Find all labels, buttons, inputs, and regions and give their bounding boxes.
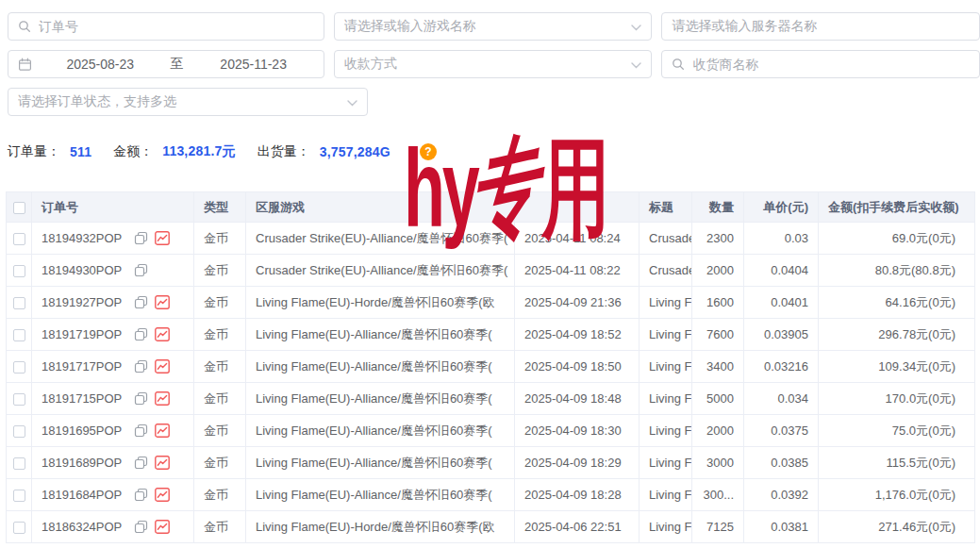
row-checkbox[interactable]	[13, 297, 25, 309]
server-select[interactable]: 请选择或输入服务器名称	[661, 12, 980, 41]
table-row: 18191695POP 金币 Living Flame(EU)-Alliance…	[7, 415, 975, 447]
shipment-label: 出货量：	[257, 143, 310, 160]
col-time	[515, 192, 639, 223]
date-separator: 至	[160, 56, 192, 73]
supplier-input[interactable]	[692, 57, 970, 72]
order-time: 2025-04-11 08:24	[515, 223, 639, 255]
screenshot-icon[interactable]	[155, 391, 170, 406]
amount: 1,176.0元(0元)	[819, 479, 975, 511]
copy-icon[interactable]	[134, 391, 148, 406]
col-game: 区服游戏	[246, 192, 515, 223]
date-start-value[interactable]: 2025-08-23	[40, 57, 160, 72]
order-time: 2025-04-09 18:29	[515, 447, 639, 479]
help-icon[interactable]: ?	[420, 143, 437, 160]
copy-icon[interactable]	[134, 488, 148, 502]
order-number: 18191684POP	[42, 488, 122, 502]
screenshot-icon[interactable]	[155, 295, 170, 309]
amount: 64.16元(0元)	[819, 287, 975, 319]
order-status-placeholder: 请选择订单状态，支持多选	[18, 93, 341, 110]
quantity: 1600	[692, 287, 744, 319]
order-number: 18191689POP	[42, 456, 122, 470]
row-checkbox[interactable]	[13, 329, 25, 341]
amount-value: 113,281.7元	[162, 143, 236, 160]
select-all-checkbox[interactable]	[13, 202, 25, 214]
order-title: Living Fl	[639, 351, 692, 383]
row-checkbox[interactable]	[13, 522, 25, 534]
date-end-value[interactable]: 2025-11-23	[192, 57, 313, 72]
order-number: 18186324POP	[42, 520, 122, 534]
order-no-search[interactable]	[8, 12, 324, 41]
order-time: 2025-04-06 22:51	[515, 511, 639, 543]
unit-price: 0.03	[744, 223, 819, 255]
copy-icon[interactable]	[134, 423, 148, 438]
order-status-select[interactable]: 请选择订单状态，支持多选	[8, 88, 368, 116]
order-number: 18191715POP	[42, 391, 122, 406]
payment-method-select[interactable]: 收款方式	[334, 50, 653, 78]
shipment-value: 3,757,284G	[320, 144, 390, 159]
screenshot-icon[interactable]	[155, 423, 170, 438]
row-checkbox[interactable]	[13, 457, 25, 470]
order-type: 金币	[194, 319, 246, 351]
table-row: 18191689POP 金币 Living Flame(EU)-Alliance…	[7, 447, 975, 479]
copy-icon[interactable]	[134, 520, 148, 534]
screenshot-icon[interactable]	[155, 456, 170, 470]
copy-icon[interactable]	[134, 263, 148, 277]
screenshot-icon[interactable]	[155, 327, 170, 341]
screenshot-icon[interactable]	[155, 359, 170, 374]
quantity: 5000	[692, 383, 744, 415]
unit-price: 0.0385	[744, 447, 819, 479]
copy-icon[interactable]	[134, 327, 148, 341]
amount: 296.78元(0元)	[819, 319, 975, 351]
amount: 75.0元(0元)	[819, 415, 975, 447]
table-header-row: 订单号 类型 区服游戏 标题 数量 单价(元) 金额(扣手续费后实收额)	[7, 192, 975, 223]
quantity: 300...	[692, 479, 744, 511]
col-type: 类型	[194, 192, 246, 223]
order-number: 18191695POP	[42, 423, 122, 438]
row-checkbox[interactable]	[13, 361, 25, 374]
row-checkbox[interactable]	[13, 265, 25, 277]
date-range-picker[interactable]: 2025-08-23 至 2025-11-23	[8, 50, 324, 78]
order-type: 金币	[194, 255, 246, 287]
copy-icon[interactable]	[134, 231, 148, 245]
search-icon	[672, 58, 685, 71]
order-count-value: 511	[70, 144, 91, 159]
search-icon	[18, 20, 31, 33]
order-title: Living Fl	[639, 479, 692, 511]
order-title: Crusade	[639, 255, 692, 287]
order-type: 金币	[194, 223, 246, 255]
order-title: Living Fl	[639, 319, 692, 351]
row-checkbox[interactable]	[13, 233, 25, 245]
amount: 115.5元(0元)	[819, 447, 975, 479]
supplier-search[interactable]	[661, 50, 980, 78]
unit-price: 0.0404	[744, 255, 819, 287]
table-row: 18194930POP 金币 Crusader Strike(EU)-Allia…	[7, 255, 975, 287]
amount: 271.46元(0元)	[819, 511, 975, 543]
copy-icon[interactable]	[134, 295, 148, 309]
quantity: 7600	[692, 319, 744, 351]
filter-panel: 请选择或输入游戏名称 请选择或输入服务器名称 2025-08-23 至 2025…	[0, 0, 980, 116]
quantity: 7125	[692, 511, 744, 543]
order-time: 2025-04-09 18:52	[515, 319, 639, 351]
order-title: Crusade	[639, 223, 692, 255]
game-server: Living Flame(EU)-Alliance/魔兽怀旧60赛季(	[246, 383, 515, 415]
row-checkbox[interactable]	[13, 490, 25, 502]
order-no-input[interactable]	[39, 19, 314, 34]
screenshot-icon[interactable]	[155, 231, 170, 245]
copy-icon[interactable]	[134, 359, 148, 374]
game-select[interactable]: 请选择或输入游戏名称	[334, 12, 653, 41]
order-time: 2025-04-09 21:36	[515, 287, 639, 319]
game-server: Living Flame(EU)-Alliance/魔兽怀旧60赛季(	[246, 479, 515, 511]
row-checkbox[interactable]	[13, 425, 25, 438]
server-select-placeholder: 请选择或输入服务器名称	[672, 18, 970, 35]
amount: 80.8元(80.8元)	[819, 255, 975, 287]
screenshot-icon[interactable]	[155, 488, 170, 502]
order-type: 金币	[194, 415, 246, 447]
screenshot-icon[interactable]	[155, 520, 170, 534]
unit-price: 0.0381	[744, 511, 819, 543]
quantity: 3000	[692, 447, 744, 479]
order-title: Living Fl	[639, 447, 692, 479]
order-number: 18191717POP	[42, 359, 122, 374]
row-checkbox[interactable]	[13, 393, 25, 406]
copy-icon[interactable]	[134, 456, 148, 470]
table-row: 18194932POP 金币 Crusader Strike(EU)-Allia…	[7, 223, 975, 255]
